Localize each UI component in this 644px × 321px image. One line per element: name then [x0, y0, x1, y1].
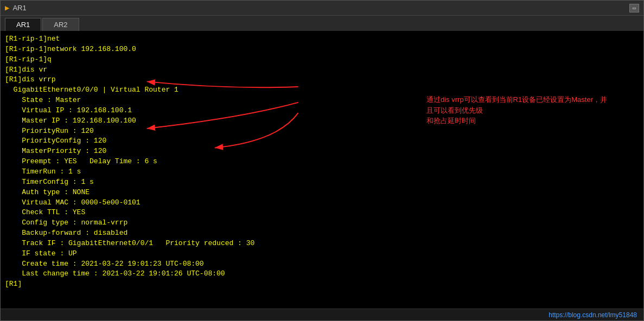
- footer-url: https://blog.csdn.net/lmy51848: [549, 311, 637, 319]
- title-bar: ▶ AR1 ▭: [1, 1, 643, 16]
- line-12: MasterPriority : 120: [5, 146, 639, 157]
- title-bar-left: ▶ AR1: [5, 3, 27, 12]
- line-10: PriorityRun : 120: [5, 126, 639, 137]
- line-20: Backup-forward : disabled: [5, 228, 639, 239]
- line-5: [R1]dis vrrp: [5, 75, 639, 85]
- line-23: Create time : 2021-03-22 19:01:23 UTC-08…: [5, 259, 639, 269]
- line-4: [R1]dis vr: [5, 65, 639, 75]
- line-19: Config type : normal-vrrp: [5, 218, 639, 228]
- app-icon: ▶: [5, 3, 9, 12]
- annotation-text: 通过dis vrrp可以查看到当前R1设备已经设置为Master，并且可以看到优…: [426, 95, 607, 125]
- line-17: Virtual MAC : 0000-5e00-0101: [5, 198, 639, 208]
- terminal-area[interactable]: [R1-rip-1]net [R1-rip-1]network 192.168.…: [1, 32, 643, 309]
- footer: https://blog.csdn.net/lmy51848: [1, 309, 643, 320]
- restore-button[interactable]: ▭: [629, 4, 639, 12]
- line-21: Track IF : GigabitEthernet0/0/1 Priority…: [5, 239, 639, 249]
- line-11: PriorityConfig : 120: [5, 136, 639, 146]
- tab-ar1[interactable]: AR1: [5, 18, 41, 31]
- window: ▶ AR1 ▭ AR1 AR2 [R1-rip-1]net [R1-rip-1]…: [0, 0, 644, 321]
- line-15: TimerConfig : 1 s: [5, 177, 639, 188]
- line-24: Last change time : 2021-03-22 19:01:26 U…: [5, 269, 639, 279]
- line-16: Auth type : NONE: [5, 188, 639, 198]
- line-14: TimerRun : 1 s: [5, 167, 639, 177]
- line-18: Check TTL : YES: [5, 208, 639, 218]
- line-3: [R1-rip-1]q: [5, 55, 639, 65]
- line-22: IF state : UP: [5, 249, 639, 259]
- terminal-content: [R1-rip-1]net [R1-rip-1]network 192.168.…: [5, 34, 639, 290]
- line-13: Preempt : YES Delay Time : 6 s: [5, 157, 639, 167]
- title-controls: ▭: [629, 4, 639, 12]
- annotation: 通过dis vrrp可以查看到当前R1设备已经设置为Master，并且可以看到优…: [426, 94, 611, 126]
- line-1: [R1-rip-1]net: [5, 34, 639, 44]
- line-2: [R1-rip-1]network 192.168.100.0: [5, 44, 639, 55]
- window-title: AR1: [12, 4, 26, 12]
- line-26: [R1]: [5, 279, 639, 290]
- tabs-bar: AR1 AR2: [1, 16, 643, 32]
- tab-ar2[interactable]: AR2: [42, 18, 79, 31]
